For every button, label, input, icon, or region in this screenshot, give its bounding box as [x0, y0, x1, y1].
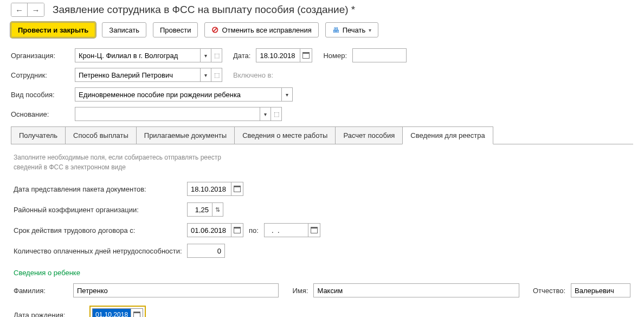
district-coeff-input[interactable] — [188, 203, 212, 216]
chevron-down-icon: ▾ — [369, 27, 371, 33]
contract-to-input[interactable] — [265, 224, 308, 237]
birthdate-field — [92, 308, 143, 317]
contract-from-input[interactable] — [188, 224, 231, 237]
child-section-header: Сведения о ребенке — [14, 269, 630, 277]
basis-label: Основание: — [11, 110, 69, 118]
contract-to-picker-icon[interactable] — [308, 224, 320, 237]
contract-from-picker-icon[interactable] — [231, 224, 243, 237]
employee-input[interactable] — [75, 68, 200, 81]
district-coeff-label: Районный коэффициент организации: — [14, 206, 187, 214]
date-field — [256, 48, 312, 62]
benefit-type-dropdown[interactable]: ▾ — [281, 88, 292, 101]
benefit-type-label: Вид пособия: — [11, 91, 69, 99]
district-coeff-spinner[interactable] — [212, 203, 223, 216]
cancel-icon: ⊘ — [211, 26, 218, 34]
paid-days-label: Количество оплаченных дней нетрудоспособ… — [14, 247, 187, 255]
organization-dropdown[interactable]: ▾ — [200, 49, 211, 62]
doc-date-label: Дата представления пакета документов: — [14, 185, 187, 193]
basis-input[interactable] — [75, 107, 260, 121]
page-title: Заявление сотрудника в ФСС на выплату по… — [53, 4, 355, 16]
lastname-label: Фамилия: — [14, 287, 68, 295]
date-picker-icon[interactable] — [300, 49, 312, 62]
save-button[interactable]: Записать — [102, 22, 146, 37]
print-icon: 🖶 — [332, 26, 339, 34]
employee-dropdown[interactable]: ▾ — [200, 68, 211, 81]
toolbar: Провести и закрыть Записать Провести ⊘ О… — [11, 22, 633, 37]
birthdate-focus-wrap — [89, 306, 146, 317]
date-label: Дата: — [233, 52, 250, 60]
benefit-type-combo: ▾ — [75, 87, 293, 102]
basis-combo: ▾ — [75, 107, 282, 121]
employee-open[interactable] — [211, 68, 222, 81]
nav-forward[interactable]: → — [28, 3, 44, 16]
organization-combo: ▾ — [75, 48, 222, 62]
nav-arrow-group: ← → — [11, 3, 44, 17]
tab-registry-info[interactable]: Сведения для реестра — [402, 126, 493, 144]
firstname-label: Имя: — [292, 287, 308, 295]
doc-date-field — [187, 182, 243, 196]
doc-date-picker-icon[interactable] — [231, 182, 243, 195]
number-input[interactable] — [352, 48, 407, 62]
tab-benefit-calc[interactable]: Расчет пособия — [335, 126, 403, 144]
print-button[interactable]: 🖶 Печать ▾ — [325, 22, 379, 37]
contract-to-field — [264, 223, 320, 237]
contract-from-label: Срок действия трудового договора с: — [14, 226, 187, 234]
tab-content: Заполните необходимые поля, если собирае… — [11, 144, 633, 317]
employee-label: Сотрудник: — [11, 71, 69, 79]
organization-input[interactable] — [75, 49, 200, 62]
paid-days-input[interactable] — [187, 244, 225, 258]
tab-payment-method[interactable]: Способ выплаты — [65, 126, 137, 144]
birthdate-label: Дата рождения: — [14, 311, 84, 318]
birthdate-picker-icon[interactable] — [131, 309, 143, 317]
registry-info-text: Заполните необходимые поля, если собирае… — [14, 153, 236, 172]
organization-label: Организация: — [11, 52, 69, 60]
nav-back[interactable]: ← — [11, 3, 28, 16]
benefit-type-input[interactable] — [75, 88, 281, 101]
doc-date-input[interactable] — [188, 182, 231, 195]
contract-to-label: по: — [249, 226, 259, 234]
organization-open[interactable] — [211, 49, 222, 62]
date-input[interactable] — [256, 49, 300, 62]
middlename-input[interactable] — [571, 283, 630, 297]
employee-combo: ▾ — [75, 68, 222, 82]
birthdate-input[interactable] — [93, 309, 131, 317]
tab-bar: Получатель Способ выплаты Прилагаемые до… — [11, 126, 633, 144]
save-close-button[interactable]: Провести и закрыть — [11, 22, 95, 37]
basis-dropdown[interactable]: ▾ — [260, 107, 271, 121]
post-button[interactable]: Провести — [153, 22, 198, 37]
tab-workplace-info[interactable]: Сведения о месте работы — [234, 126, 336, 144]
firstname-input[interactable] — [313, 283, 519, 297]
undo-all-button[interactable]: ⊘ Отменить все исправления — [204, 22, 318, 37]
lastname-input[interactable] — [73, 283, 279, 297]
middlename-label: Отчество: — [533, 287, 565, 295]
contract-from-field — [187, 223, 243, 237]
number-label: Номер: — [323, 52, 347, 60]
basis-open[interactable] — [271, 107, 281, 121]
district-coeff-field — [187, 202, 223, 217]
tab-recipient[interactable]: Получатель — [11, 126, 66, 144]
included-in-label: Включено в: — [233, 71, 273, 79]
tab-attached-docs[interactable]: Прилагаемые документы — [136, 126, 235, 144]
